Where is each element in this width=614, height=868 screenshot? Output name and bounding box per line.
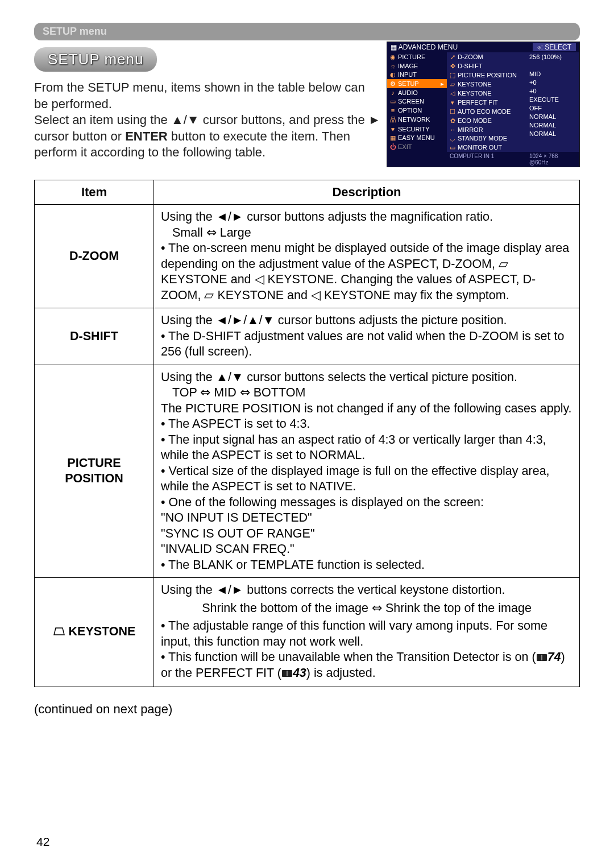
svg-marker-0	[54, 628, 64, 635]
table-row: D-ZOOM Using the ◄/► cursor buttons adju…	[35, 205, 580, 308]
intro-text: From the SETUP menu, items shown in the …	[34, 80, 381, 161]
osd-body: ◉PICTURE ☼IMAGE ◐INPUT ⚙SETUP▸ ♪AUDIO ▭S…	[387, 52, 579, 152]
enter-label: ENTER	[125, 129, 168, 143]
intro-line1: From the SETUP menu, items shown in the …	[34, 80, 365, 111]
col-item-header: Item	[35, 180, 154, 205]
item-dzoom: D-ZOOM	[35, 205, 154, 308]
table-row: KEYSTONE Using the ◄/► buttons corrects …	[35, 578, 580, 687]
osd-header-right: ⟐: SELECT	[533, 43, 576, 51]
onscreen-menu-preview: ▦ ADVANCED MENU ⟐: SELECT ◉PICTURE ☼IMAG…	[387, 42, 580, 167]
item-dshift: D-SHIFT	[35, 308, 154, 365]
item-picture-position: PICTURE POSITION	[35, 365, 154, 578]
book-icon	[281, 666, 293, 682]
intro-area: SETUP menu From the SETUP menu, items sh…	[34, 47, 580, 167]
desc-picture-position: Using the ▲/▼ cursor buttons selects the…	[154, 365, 580, 578]
table-row: D-SHIFT Using the ◄/►/▲/▼ cursor buttons…	[35, 308, 580, 365]
page-number: 42	[36, 835, 49, 849]
osd-header: ▦ ADVANCED MENU ⟐: SELECT	[387, 42, 579, 52]
osd-right-col: 256 (100%) MID +0 +0 EXECUTE OFF NORMAL …	[526, 52, 579, 152]
osd-footer: COMPUTER IN 1 1024 × 768 @60Hz	[387, 152, 579, 167]
col-desc-header: Description	[154, 180, 580, 205]
osd-header-left: ▦ ADVANCED MENU	[391, 43, 458, 51]
desc-dzoom: Using the ◄/► cursor buttons adjusts the…	[154, 205, 580, 308]
keystone-v-icon	[53, 625, 65, 640]
item-keystone: KEYSTONE	[35, 578, 154, 687]
desc-dshift: Using the ◄/►/▲/▼ cursor buttons adjusts…	[154, 308, 580, 365]
title-chip: SETUP menu	[34, 47, 157, 72]
desc-keystone: Using the ◄/► buttons corrects the verti…	[154, 578, 580, 687]
table-row: PICTURE POSITION Using the ▲/▼ cursor bu…	[35, 365, 580, 578]
osd-middle-col: ⤢D-ZOOM ✥D-SHIFT ⬚PICTURE POSITION ▱KEYS…	[447, 52, 526, 152]
setup-table: Item Description D-ZOOM Using the ◄/► cu…	[34, 180, 580, 687]
continued-label: (continued on next page)	[34, 702, 580, 717]
osd-left-col: ◉PICTURE ☼IMAGE ◐INPUT ⚙SETUP▸ ♪AUDIO ▭S…	[387, 52, 447, 152]
breadcrumb: SETUP menu	[34, 23, 580, 40]
book-icon	[536, 650, 547, 666]
